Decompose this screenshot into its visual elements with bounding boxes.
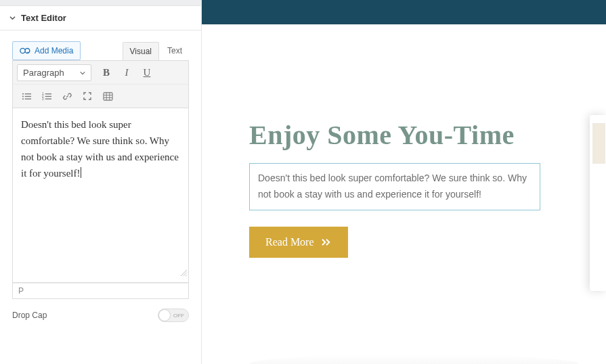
tab-text[interactable]: Text xyxy=(160,42,189,60)
italic-button[interactable]: I xyxy=(117,64,136,81)
widget-panel-header[interactable]: Text Editor xyxy=(0,5,201,30)
drop-cap-control: Drop Cap OFF xyxy=(12,299,189,322)
add-media-label: Add Media xyxy=(35,46,73,55)
preview-site-header xyxy=(202,0,606,24)
section-bottom-shadow xyxy=(249,355,579,364)
slide-image-stub xyxy=(592,123,605,164)
sidebar-top-stub xyxy=(0,0,201,5)
chevron-down-icon xyxy=(80,68,85,78)
preview-section: Enjoy Some You-Time Doesn't this bed loo… xyxy=(202,24,606,258)
next-slide-peek[interactable] xyxy=(590,115,606,291)
double-chevron-right-icon xyxy=(321,238,332,246)
editor-sidebar: Text Editor Add Media Visual Text xyxy=(0,0,202,364)
toggle-value: OFF xyxy=(173,313,184,319)
svg-rect-12 xyxy=(45,98,51,99)
toolbar-row-2: 123 xyxy=(13,84,188,108)
tab-visual[interactable]: Visual xyxy=(123,42,159,60)
resize-handle-icon[interactable] xyxy=(180,265,188,281)
underline-button[interactable]: U xyxy=(137,64,156,81)
editor-status-bar: P xyxy=(12,283,189,299)
add-media-button[interactable]: Add Media xyxy=(12,41,81,60)
toolbar-row-1: Paragraph B I U xyxy=(13,61,188,84)
svg-rect-10 xyxy=(45,95,51,96)
svg-point-1 xyxy=(22,93,23,94)
svg-text:3: 3 xyxy=(42,97,44,100)
preview-canvas: Enjoy Some You-Time Doesn't this bed loo… xyxy=(202,0,606,364)
widget-panel-body: Add Media Visual Text Paragraph B I U xyxy=(0,30,201,364)
svg-point-3 xyxy=(22,95,23,97)
svg-rect-6 xyxy=(24,98,30,99)
svg-rect-8 xyxy=(45,93,51,94)
selected-text-widget[interactable]: Doesn't this bed look super comfortable?… xyxy=(249,163,540,210)
drop-cap-label: Drop Cap xyxy=(12,311,47,320)
svg-rect-13 xyxy=(104,92,112,99)
section-heading[interactable]: Enjoy Some You-Time xyxy=(249,119,606,151)
ordered-list-button[interactable]: 123 xyxy=(37,87,56,105)
svg-point-0 xyxy=(20,48,25,53)
editor-textarea[interactable]: Doesn't this bed look super comfortable?… xyxy=(12,108,189,283)
editor-content: Doesn't this bed look super comfortable?… xyxy=(21,119,179,179)
fullscreen-button[interactable] xyxy=(78,87,97,105)
media-icon xyxy=(20,46,30,55)
format-select-value: Paragraph xyxy=(23,68,64,78)
toolbar-toggle-button[interactable] xyxy=(98,87,117,105)
drop-cap-toggle[interactable]: OFF xyxy=(158,309,189,322)
svg-point-5 xyxy=(22,98,23,99)
link-button[interactable] xyxy=(58,87,77,105)
svg-rect-2 xyxy=(24,93,30,94)
caret-down-icon xyxy=(9,15,16,21)
bold-button[interactable]: B xyxy=(97,64,116,81)
format-select[interactable]: Paragraph xyxy=(17,64,91,81)
editor-mode-tabs: Visual Text xyxy=(123,42,189,60)
widget-title: Text Editor xyxy=(21,13,66,23)
editor-top-row: Add Media Visual Text xyxy=(12,41,189,60)
read-more-label: Read More xyxy=(265,236,314,248)
editor-element-path: P xyxy=(18,286,24,296)
unordered-list-button[interactable] xyxy=(17,87,36,105)
svg-rect-4 xyxy=(24,95,30,96)
editor-toolbar: Paragraph B I U 123 xyxy=(12,60,189,108)
toggle-knob xyxy=(159,310,170,321)
text-cursor xyxy=(81,167,81,178)
text-widget-content: Doesn't this bed look super comfortable?… xyxy=(258,173,527,200)
read-more-button[interactable]: Read More xyxy=(249,227,348,258)
